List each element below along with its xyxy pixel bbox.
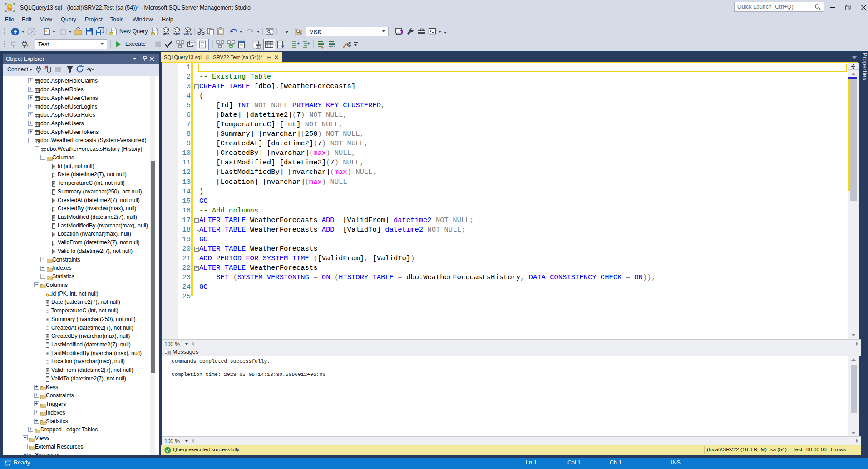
- svg-text:MDX: MDX: [163, 33, 169, 36]
- svg-text:?: ?: [333, 44, 335, 49]
- svg-text:@: @: [347, 41, 351, 47]
- svg-text:XMLA: XMLA: [183, 33, 192, 36]
- svg-text:DMX: DMX: [173, 33, 180, 36]
